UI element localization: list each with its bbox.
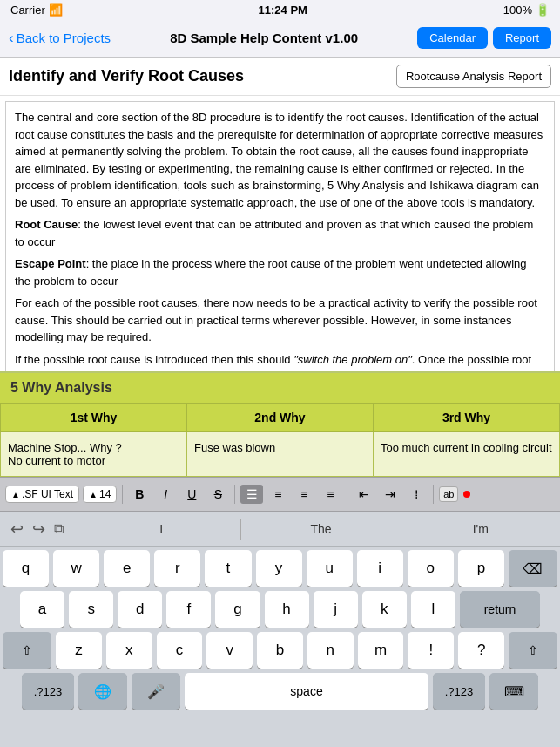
page-title: Identify and Verify Root Causes [9, 67, 244, 85]
key-g[interactable]: g [215, 591, 260, 628]
font-size-selector[interactable]: ▲ 14 [83, 486, 117, 503]
content-area: Identify and Verify Root Causes Rootcaus… [0, 58, 560, 371]
strike-button[interactable]: S [206, 485, 229, 504]
para4d: "switch the problem off" [206, 370, 324, 371]
font-selector[interactable]: ▲ .SF UI Text [5, 486, 79, 503]
row1-col3[interactable]: Too much current in cooling circuit [374, 432, 560, 477]
space-key[interactable]: space [185, 673, 428, 710]
keyboard-hide-key[interactable]: ⌨ [489, 673, 538, 710]
key-h[interactable]: h [265, 591, 309, 628]
color-dot [463, 491, 470, 498]
align-left-button[interactable]: ☰ [240, 485, 263, 504]
indent-out-button[interactable]: ⇤ [353, 485, 375, 504]
keyboard-row4: .?123 🌐 🎤 space .?123 ⌨ [3, 673, 557, 710]
col3-header: 3rd Why [374, 404, 560, 432]
key-o[interactable]: o [408, 550, 454, 587]
key-n[interactable]: n [307, 632, 354, 669]
key-l[interactable]: l [411, 591, 455, 628]
keyboard-row1: q w e r t y u i o p ⌫ [3, 550, 557, 587]
col1-header: 1st Why [1, 404, 187, 432]
list-button[interactable]: ⁞ [405, 485, 428, 504]
key-c[interactable]: c [157, 632, 203, 669]
body-para3: For each of the possible root causes, th… [15, 295, 545, 346]
delete-key[interactable]: ⌫ [509, 550, 557, 587]
calendar-button[interactable]: Calendar [417, 27, 488, 49]
key-q[interactable]: q [3, 550, 49, 587]
text-color-button[interactable]: ab [439, 486, 458, 502]
five-why-header: 5 Why Analysis [0, 373, 560, 403]
size-up-icon: ▲ [89, 490, 98, 499]
copy-button[interactable]: ⧉ [51, 518, 67, 540]
predictive-bar: ↩ ↪ ⧉ I The I'm [0, 512, 560, 547]
toolbar-divider3 [347, 485, 347, 504]
report-button[interactable]: Report [493, 27, 551, 49]
key-e[interactable]: e [104, 550, 150, 587]
key-u[interactable]: u [307, 550, 353, 587]
pred-word-1[interactable]: I [82, 519, 241, 540]
key-b[interactable]: b [257, 632, 303, 669]
page-header: Identify and Verify Root Causes Rootcaus… [0, 58, 560, 96]
return-key[interactable]: return [460, 591, 540, 628]
pred-word-3[interactable]: I'm [401, 519, 560, 540]
key-r[interactable]: r [154, 550, 200, 587]
key-exclaim[interactable]: ! [408, 632, 454, 669]
align-center-button[interactable]: ≡ [267, 485, 289, 504]
rootcause-report-button[interactable]: Rootcause Analysis Report [396, 65, 551, 88]
body-text-area[interactable]: The central and core section of the 8D p… [5, 101, 555, 371]
key-j[interactable]: j [314, 591, 358, 628]
font-size-value: 14 [99, 488, 111, 500]
status-right: 100% 🔋 [503, 3, 550, 17]
key-y[interactable]: y [256, 550, 302, 587]
keyboard: q w e r t y u i o p ⌫ a s d f g h j k l … [0, 547, 560, 717]
row1-col2[interactable]: Fuse was blown [187, 432, 374, 477]
bold-button[interactable]: B [128, 485, 151, 504]
key-s[interactable]: s [69, 591, 113, 628]
key-i[interactable]: i [357, 550, 403, 587]
italic-button[interactable]: I [154, 485, 177, 504]
sym-key-right[interactable]: .?123 [433, 673, 485, 710]
key-m[interactable]: m [358, 632, 404, 669]
key-v[interactable]: v [206, 632, 253, 669]
toolbar-divider4 [433, 485, 434, 504]
row1-col1[interactable]: Machine Stop... Why ? No current to moto… [1, 432, 187, 477]
col2-header: 2nd Why [187, 404, 374, 432]
undo-button[interactable]: ↩ [7, 516, 27, 542]
key-question[interactable]: ? [458, 632, 504, 669]
key-t[interactable]: t [205, 550, 251, 587]
battery-label: 100% [503, 3, 532, 17]
back-button-label: Back to Projects [17, 31, 111, 45]
escape-point-text: : the place in the process where the roo… [15, 257, 527, 288]
pred-divider [78, 518, 78, 540]
toolbar-divider1 [122, 485, 123, 504]
key-p[interactable]: p [458, 550, 504, 587]
para4e: . [324, 370, 327, 371]
align-right-button[interactable]: ≡ [293, 485, 315, 504]
keyboard-row2: a s d f g h j k l return [3, 591, 557, 628]
shift-key-right[interactable]: ⇧ [509, 632, 557, 669]
predictive-suggestions: I The I'm [82, 519, 560, 540]
shift-key[interactable]: ⇧ [3, 632, 51, 669]
redo-button[interactable]: ↪ [29, 516, 49, 542]
key-a[interactable]: a [20, 591, 64, 628]
key-x[interactable]: x [106, 632, 152, 669]
five-why-section: 5 Why Analysis 1st Why 2nd Why 3rd Why M… [0, 371, 560, 477]
body-escape-point: Escape Point: the place in the process w… [15, 255, 545, 289]
key-k[interactable]: k [362, 591, 407, 628]
underline-button[interactable]: U [180, 485, 203, 504]
body-root-cause: Root Cause: the lowest level event that … [15, 216, 545, 250]
pred-word-2[interactable]: The [241, 519, 401, 540]
key-z[interactable]: z [56, 632, 102, 669]
back-chevron-icon: ‹ [9, 30, 14, 47]
globe-key[interactable]: 🌐 [78, 673, 127, 710]
sym-key-left[interactable]: .?123 [22, 673, 74, 710]
status-bar: Carrier 📶 11:24 PM 100% 🔋 [0, 0, 560, 19]
body-para1: The central and core section of the 8D p… [15, 109, 545, 211]
key-f[interactable]: f [166, 591, 211, 628]
align-justify-button[interactable]: ≡ [319, 485, 341, 504]
key-w[interactable]: w [53, 550, 99, 587]
indent-in-button[interactable]: ⇥ [379, 485, 401, 504]
key-d[interactable]: d [118, 591, 162, 628]
mic-key[interactable]: 🎤 [132, 673, 180, 710]
nav-bar: ‹ Back to Projects 8D Sample Help Conten… [0, 19, 560, 58]
back-button[interactable]: ‹ Back to Projects [9, 30, 111, 47]
